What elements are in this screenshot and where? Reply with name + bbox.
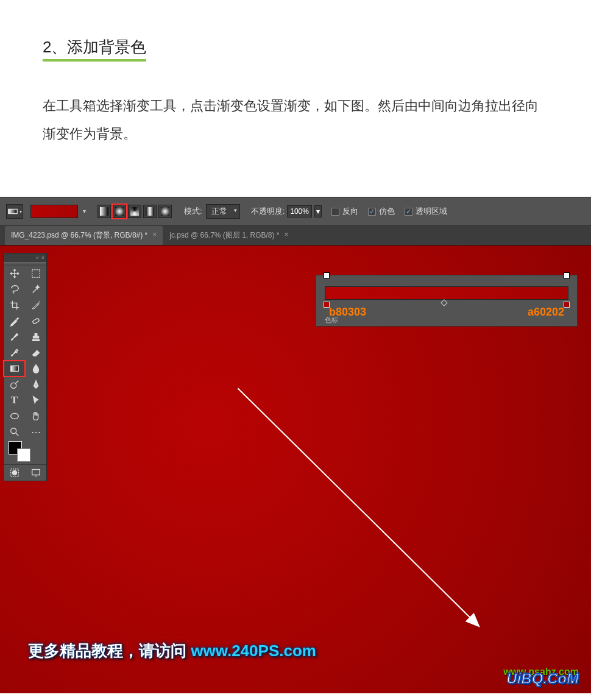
options-bar: ▾ ▾ 模式: 正常 ▾ 不透明度: 100% ▾ 反向 仿色 [0,197,591,226]
gradient-bar[interactable]: b80303 a60202 [325,286,568,300]
angle-gradient-button[interactable] [128,205,141,218]
stamp-tool[interactable] [25,329,46,345]
close-icon[interactable]: × [41,255,44,261]
move-icon [9,268,20,279]
tab-label: IMG_4223.psd @ 66.7% (背景, RGB/8#) * [11,230,147,241]
dropdown-arrow-icon: ▾ [83,208,86,214]
checkbox-icon [331,208,339,216]
gradient-preview-picker[interactable]: ▾ [30,205,78,218]
shape-tool[interactable] [4,408,25,424]
radial-gradient-button[interactable] [113,205,126,218]
eyedropper-tool[interactable] [4,313,25,329]
watermark-prefix: 更多精品教程，请访问 [28,642,191,660]
linear-gradient-button[interactable] [97,205,111,218]
collapse-icon[interactable]: « [36,255,39,261]
arrow-icon [30,395,41,406]
checkbox-icon [368,208,376,216]
eraser-tool[interactable] [25,345,46,361]
opacity-stop-left[interactable] [324,272,330,278]
history-brush-icon [9,347,20,358]
opacity-input[interactable]: 100% [287,205,312,217]
ellipse-icon [9,411,20,422]
svg-line-12 [238,388,478,626]
bandaid-icon [30,316,41,327]
crop-icon [9,300,20,311]
close-icon[interactable]: × [152,230,157,241]
stamp-icon [30,331,41,342]
transparency-checkbox[interactable]: 透明区域 [405,206,447,217]
gradient-icon [7,206,18,217]
type-tool[interactable]: T [4,392,25,408]
quick-mask-button[interactable] [4,465,25,481]
dither-label: 仿色 [379,206,395,217]
eraser-icon [30,347,41,358]
more-tools[interactable]: ⋯ [25,424,46,440]
watermark-uibq: UiBQ.CoM [506,670,579,687]
healing-tool[interactable] [25,313,46,329]
eyedropper-icon [9,316,20,327]
marquee-tool[interactable] [25,266,46,281]
editor-footer-label: 色标 [325,316,338,325]
current-tool-indicator[interactable]: ▾ [6,204,23,219]
gradient-type-group [96,203,173,219]
gradient-editor[interactable]: b80303 a60202 色标 [316,275,578,327]
marquee-icon [30,268,41,279]
dropdown-arrow-icon: ▾ [234,207,237,213]
blur-icon [30,363,41,374]
reverse-checkbox[interactable]: 反向 [331,206,358,217]
brush-tool[interactable] [4,329,25,345]
brush-icon [9,331,20,342]
crop-tool[interactable] [4,297,25,313]
svg-point-5 [35,384,37,386]
svg-rect-2 [32,318,39,324]
mode-dropdown[interactable]: 正常 ▾ [206,204,240,219]
dither-checkbox[interactable]: 仿色 [368,206,395,217]
drag-direction-arrow [238,388,494,638]
midpoint-handle[interactable] [441,300,447,306]
screen-icon [30,467,41,478]
opacity-stop-right[interactable] [564,272,570,278]
transparency-label: 透明区域 [416,206,447,217]
canvas[interactable]: «× T [0,246,591,693]
more-icon: ⋯ [31,426,41,438]
color-swatches[interactable] [4,440,46,464]
reflected-gradient-button[interactable] [143,205,157,218]
gradient-tool-icon [9,363,20,374]
lasso-tool[interactable] [4,281,25,297]
svg-rect-1 [32,270,40,278]
path-select-tool[interactable] [25,392,46,408]
zoom-icon [9,426,20,437]
mode-label: 模式: [184,206,202,217]
toolbox: «× T [3,253,47,481]
color-stop-right[interactable] [564,302,570,308]
right-color-label: a60202 [528,306,564,319]
reverse-label: 反向 [342,206,358,217]
pen-tool[interactable] [25,377,46,392]
diamond-gradient-button[interactable] [158,205,172,218]
gradient-tool[interactable] [4,361,25,377]
svg-point-9 [12,471,16,475]
mode-value: 正常 [211,207,227,216]
document-tab-bar: IMG_4223.psd @ 66.7% (背景, RGB/8#) * × jc… [0,226,591,246]
quickmask-icon [9,467,20,478]
svg-point-4 [10,383,16,389]
screen-mode-button[interactable] [25,465,46,481]
background-swatch[interactable] [17,448,30,462]
opacity-stepper[interactable]: ▾ [314,205,322,217]
dodge-tool[interactable] [4,377,25,392]
blur-tool[interactable] [25,361,46,377]
hand-icon [30,411,41,422]
history-brush-tool[interactable] [4,345,25,361]
document-tab-2[interactable]: jc.psd @ 66.7% (图层 1, RGB/8) * × [163,226,294,245]
hand-tool[interactable] [25,408,46,424]
slice-tool[interactable] [25,297,46,313]
document-tab-1[interactable]: IMG_4223.psd @ 66.7% (背景, RGB/8#) * × [5,226,163,245]
zoom-tool[interactable] [4,424,25,440]
move-tool[interactable] [4,266,25,281]
close-icon[interactable]: × [285,230,289,241]
svg-point-6 [10,414,18,419]
magic-wand-tool[interactable] [25,281,46,297]
toolbox-header[interactable]: «× [4,253,46,262]
pen-icon [30,379,41,390]
checkbox-icon [405,208,412,216]
